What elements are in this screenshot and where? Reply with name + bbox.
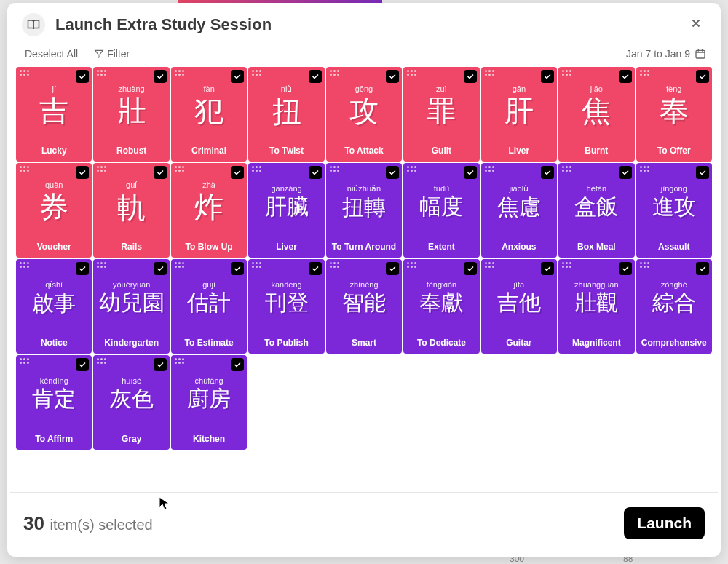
study-card[interactable]: qǐshì啟事Notice bbox=[16, 259, 92, 354]
card-checkbox[interactable] bbox=[386, 70, 399, 83]
card-checkbox[interactable] bbox=[309, 166, 322, 179]
card-pinyin: gān bbox=[513, 84, 526, 93]
study-card[interactable]: jiāo焦Burnt bbox=[558, 67, 634, 162]
card-checkbox[interactable] bbox=[619, 166, 632, 179]
card-checkbox[interactable] bbox=[619, 262, 632, 275]
dialog-header: Launch Extra Study Session bbox=[7, 3, 721, 42]
card-checkbox[interactable] bbox=[464, 262, 477, 275]
study-card[interactable]: kāndēng刊登To Publish bbox=[248, 259, 324, 354]
drag-handle-icon bbox=[640, 262, 649, 268]
study-card[interactable]: fàn犯Criminal bbox=[171, 67, 247, 162]
study-card[interactable]: jí吉Lucky bbox=[16, 67, 92, 162]
card-pinyin: gānzàng bbox=[271, 184, 301, 193]
card-checkbox[interactable] bbox=[154, 166, 167, 179]
card-checkbox[interactable] bbox=[696, 70, 709, 83]
study-card[interactable]: quàn券Voucher bbox=[16, 163, 92, 258]
card-meaning: To Turn Around bbox=[326, 242, 402, 252]
toolbar: Deselect All Filter Jan 7 to Jan 9 bbox=[7, 42, 721, 67]
card-checkbox[interactable] bbox=[541, 166, 554, 179]
card-meaning: Rails bbox=[93, 242, 169, 252]
study-card[interactable]: jítā吉他Guitar bbox=[481, 259, 557, 354]
card-meaning: To Affirm bbox=[16, 434, 92, 444]
card-checkbox[interactable] bbox=[76, 262, 89, 275]
card-checkbox[interactable] bbox=[464, 166, 477, 179]
study-card[interactable]: niǔ扭To Twist bbox=[248, 67, 324, 162]
study-card[interactable]: jìngōng進攻Assault bbox=[636, 163, 712, 258]
card-checkbox[interactable] bbox=[309, 70, 322, 83]
card-pinyin: jiāo bbox=[590, 84, 603, 93]
card-checkbox[interactable] bbox=[619, 70, 632, 83]
study-card[interactable]: kěndìng肯定To Affirm bbox=[16, 355, 92, 450]
card-checkbox[interactable] bbox=[541, 70, 554, 83]
card-meaning: To Dedicate bbox=[403, 338, 479, 348]
study-card[interactable]: gūjì估計To Estimate bbox=[171, 259, 247, 354]
card-pinyin: jítā bbox=[514, 280, 525, 289]
study-card[interactable]: zhà炸To Blow Up bbox=[171, 163, 247, 258]
card-meaning: Criminal bbox=[171, 146, 247, 156]
card-checkbox[interactable] bbox=[76, 166, 89, 179]
study-session-dialog: Launch Extra Study Session Deselect All … bbox=[7, 3, 721, 557]
card-pinyin: kāndēng bbox=[271, 280, 301, 289]
card-checkbox[interactable] bbox=[154, 262, 167, 275]
study-card[interactable]: fèng奉To Offer bbox=[636, 67, 712, 162]
card-checkbox[interactable] bbox=[231, 166, 244, 179]
study-card[interactable]: gān肝Liver bbox=[481, 67, 557, 162]
study-card[interactable]: zuì罪Guilt bbox=[403, 67, 479, 162]
card-pinyin: quàn bbox=[45, 180, 63, 189]
card-pinyin: zuì bbox=[436, 84, 447, 93]
card-checkbox[interactable] bbox=[154, 70, 167, 83]
study-card[interactable]: huīsè灰色Gray bbox=[93, 355, 169, 450]
drag-handle-icon bbox=[330, 262, 339, 268]
study-card[interactable]: zhuàng壯Robust bbox=[93, 67, 169, 162]
filter-button[interactable]: Filter bbox=[94, 48, 130, 60]
card-checkbox[interactable] bbox=[464, 70, 477, 83]
card-meaning: Robust bbox=[93, 146, 169, 156]
drag-handle-icon bbox=[175, 70, 184, 76]
close-button[interactable] bbox=[686, 15, 706, 35]
study-card[interactable]: niǔzhuǎn扭轉To Turn Around bbox=[326, 163, 402, 258]
study-card[interactable]: gōng攻To Attack bbox=[326, 67, 402, 162]
study-card[interactable]: zònghé綜合Comprehensive bbox=[636, 259, 712, 354]
card-pinyin: guǐ bbox=[126, 180, 137, 190]
study-card[interactable]: zhuàngguān壯觀Magnificent bbox=[558, 259, 634, 354]
drag-handle-icon bbox=[252, 262, 261, 268]
card-hanzi: 啟事 bbox=[32, 293, 76, 314]
card-meaning: Kindergarten bbox=[93, 338, 169, 348]
card-meaning: Lucky bbox=[16, 146, 92, 156]
study-card[interactable]: gānzàng肝臟Liver bbox=[248, 163, 324, 258]
drag-handle-icon bbox=[175, 262, 184, 268]
dialog-title: Launch Extra Study Session bbox=[55, 15, 686, 34]
card-checkbox[interactable] bbox=[76, 70, 89, 83]
study-card[interactable]: fèngxiàn奉獻To Dedicate bbox=[403, 259, 479, 354]
card-hanzi: 軌 bbox=[117, 193, 146, 222]
card-checkbox[interactable] bbox=[231, 262, 244, 275]
card-hanzi: 券 bbox=[39, 192, 68, 221]
card-checkbox[interactable] bbox=[386, 166, 399, 179]
card-meaning: Kitchen bbox=[171, 434, 247, 444]
study-card[interactable]: héfàn盒飯Box Meal bbox=[558, 163, 634, 258]
card-checkbox[interactable] bbox=[309, 262, 322, 275]
study-card[interactable]: fúdù幅度Extent bbox=[403, 163, 479, 258]
card-checkbox[interactable] bbox=[386, 262, 399, 275]
card-meaning: Guilt bbox=[403, 146, 479, 156]
study-card[interactable]: zhìnéng智能Smart bbox=[326, 259, 402, 354]
card-checkbox[interactable] bbox=[696, 166, 709, 179]
launch-button[interactable]: Launch bbox=[624, 507, 705, 539]
card-checkbox[interactable] bbox=[696, 262, 709, 275]
deselect-all-button[interactable]: Deselect All bbox=[25, 48, 78, 60]
card-checkbox[interactable] bbox=[541, 262, 554, 275]
card-checkbox[interactable] bbox=[231, 70, 244, 83]
study-card[interactable]: chúfáng廚房Kitchen bbox=[171, 355, 247, 450]
study-card[interactable]: jiāolǜ焦慮Anxious bbox=[481, 163, 557, 258]
date-range-picker[interactable]: Jan 7 to Jan 9 bbox=[626, 48, 706, 60]
card-checkbox[interactable] bbox=[154, 358, 167, 371]
card-checkbox[interactable] bbox=[231, 358, 244, 371]
card-hanzi: 吉他 bbox=[497, 292, 541, 314]
study-card[interactable]: yòuéryuán幼兒園Kindergarten bbox=[93, 259, 169, 354]
card-meaning: To Attack bbox=[326, 146, 402, 156]
card-hanzi: 幅度 bbox=[419, 196, 463, 218]
card-hanzi: 罪 bbox=[427, 96, 456, 125]
card-checkbox[interactable] bbox=[76, 358, 89, 371]
study-card[interactable]: guǐ軌Rails bbox=[93, 163, 169, 258]
card-hanzi: 灰色 bbox=[110, 388, 154, 410]
